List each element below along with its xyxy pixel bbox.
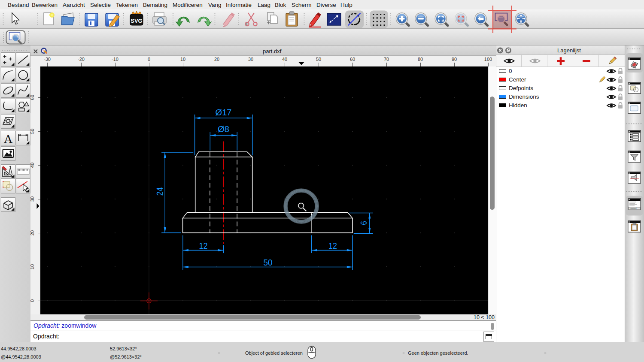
svg-text:30: 30 <box>248 57 253 62</box>
svg-text:10: 10 <box>30 264 35 269</box>
svg-text:50: 50 <box>30 129 35 134</box>
svg-text:30: 30 <box>30 196 35 202</box>
svg-text:24: 24 <box>155 187 165 196</box>
svg-text:6: 6 <box>358 221 368 225</box>
svg-text:SVG: SVG <box>131 18 142 24</box>
svg-text:0: 0 <box>30 299 35 302</box>
svg-text:40: 40 <box>30 163 35 168</box>
svg-text:80: 80 <box>418 57 423 62</box>
svg-text:-30: -30 <box>44 57 51 62</box>
svg-text:command: command <box>630 208 636 209</box>
svg-text:-10: -10 <box>112 57 118 62</box>
svg-text:50: 50 <box>316 57 321 62</box>
svg-text:0: 0 <box>148 57 150 62</box>
svg-text:12: 12 <box>199 241 208 250</box>
svg-text:10: 10 <box>180 57 185 62</box>
svg-text:90: 90 <box>452 57 457 62</box>
svg-text:Ø8: Ø8 <box>218 124 229 134</box>
svg-text:40: 40 <box>282 57 287 62</box>
svg-text:12: 12 <box>328 241 337 250</box>
svg-text:70: 70 <box>384 57 389 62</box>
svg-text:60: 60 <box>350 57 355 62</box>
svg-text:50: 50 <box>264 257 273 267</box>
svg-text:20: 20 <box>30 230 35 235</box>
svg-text:A: A <box>4 132 13 145</box>
svg-text:60: 60 <box>30 95 35 100</box>
svg-text:Ø17: Ø17 <box>216 107 232 117</box>
svg-text:-20: -20 <box>78 57 85 62</box>
svg-text:100: 100 <box>484 57 492 62</box>
svg-text:20: 20 <box>214 57 219 62</box>
